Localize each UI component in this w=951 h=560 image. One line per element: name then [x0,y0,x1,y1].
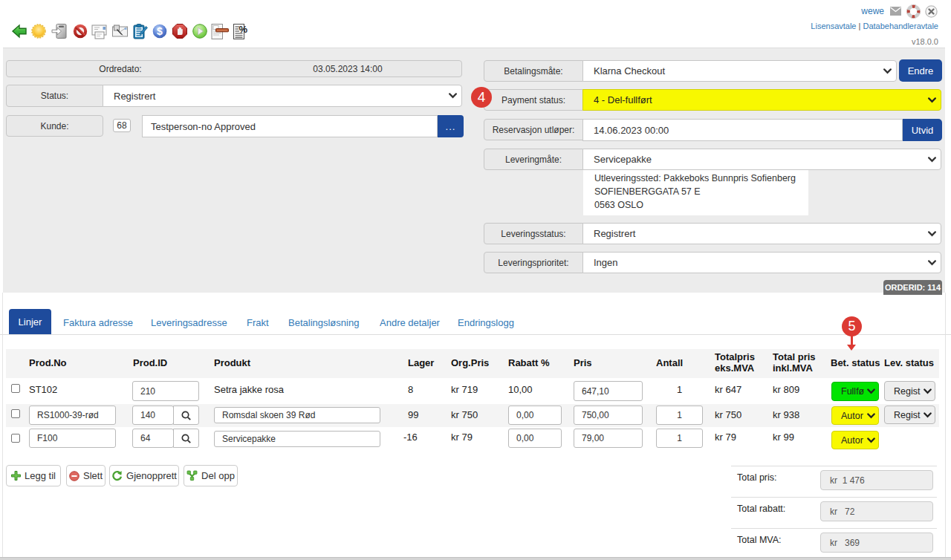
svg-text:$: $ [157,25,163,37]
svg-text:%: % [239,24,248,35]
